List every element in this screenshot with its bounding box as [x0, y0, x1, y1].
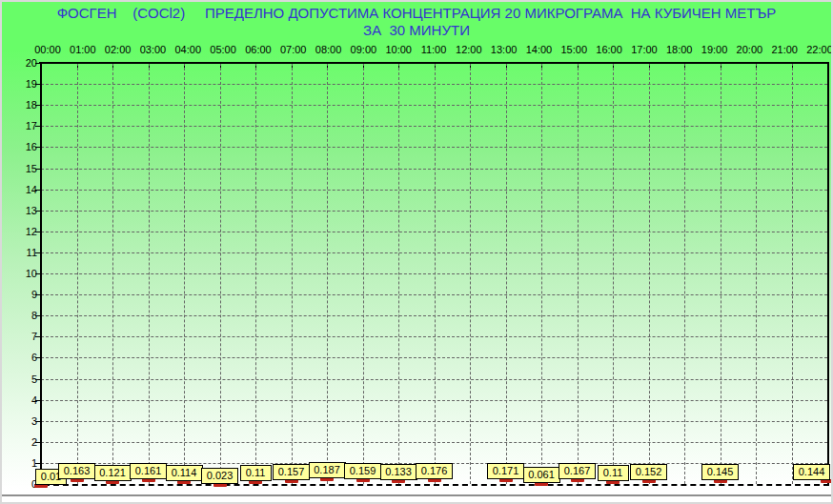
value-label-box: 0.152 — [630, 464, 667, 480]
x-tick-label: 03:00 — [135, 44, 170, 56]
y-tick-label: 0 — [11, 477, 37, 491]
x-tick-label: 13:00 — [487, 44, 521, 56]
h-gridline — [41, 336, 827, 337]
x-tick-label: 10:00 — [381, 44, 416, 56]
value-label-box: 0.023 — [201, 468, 238, 484]
value-label-box: 0.121 — [94, 465, 132, 481]
bottom-divider-line — [0, 494, 833, 496]
x-tick-label: 06:00 — [241, 44, 275, 56]
x-tick-label: 14:00 — [521, 44, 556, 56]
y-tick-label: 18 — [11, 98, 37, 111]
x-tick-label: 16:00 — [592, 44, 626, 56]
x-tick-label: 08:00 — [312, 44, 346, 56]
y-tick-label: 19 — [11, 77, 37, 91]
y-tick-label: 2 — [11, 435, 37, 449]
h-gridline — [41, 211, 827, 212]
value-label-box: 0.161 — [130, 463, 167, 479]
x-tick-label: 07:00 — [276, 44, 311, 56]
y-tick-label: 6 — [11, 351, 37, 364]
h-gridline — [41, 252, 827, 253]
value-label-box: 0.061 — [523, 467, 560, 483]
value-label-box: 0.176 — [416, 463, 453, 479]
value-label-box: 0.163 — [58, 463, 95, 479]
h-gridline — [41, 232, 827, 232]
h-gridline — [41, 169, 827, 170]
y-tick-label: 7 — [11, 330, 37, 343]
h-gridline — [41, 190, 827, 191]
value-label-box: 0.187 — [309, 462, 346, 478]
y-tick-label: 16 — [11, 140, 37, 153]
value-label-box: 0.171 — [487, 463, 524, 479]
value-label-box: 0.144 — [793, 464, 830, 480]
y-tick-label: 4 — [11, 393, 37, 407]
h-gridline — [41, 147, 827, 148]
x-tick-label: 18:00 — [662, 44, 697, 56]
axis-frame-right — [827, 63, 829, 484]
x-tick-label: 02:00 — [101, 44, 135, 56]
x-tick-label: 04:00 — [171, 44, 205, 56]
y-tick-label: 1 — [11, 456, 37, 470]
h-gridline — [41, 84, 827, 85]
h-gridline — [41, 400, 827, 401]
h-gridline — [41, 126, 827, 127]
value-label-box: 0.11 — [240, 465, 272, 481]
value-label-box: 0.11 — [598, 465, 629, 481]
x-tick-label: 05:00 — [206, 44, 240, 56]
h-gridline — [41, 105, 827, 106]
y-tick-label: 17 — [11, 119, 37, 132]
x-tick-label: 09:00 — [346, 44, 380, 56]
x-tick-label: 20:00 — [732, 44, 766, 56]
chart-title-line1: ФОСГЕН (COCl2) ПРЕДЕЛНО ДОПУСТИМА КОНЦЕН… — [0, 5, 833, 21]
x-tick-label: 21:00 — [767, 44, 802, 56]
monitoring-window: ФОСГЕН (COCl2) ПРЕДЕЛНО ДОПУСТИМА КОНЦЕН… — [0, 0, 833, 504]
x-tick-label: 17:00 — [627, 44, 661, 56]
x-tick-label: 01:00 — [66, 44, 100, 56]
value-label-box: 0.114 — [166, 465, 203, 481]
value-label-box: 0.133 — [380, 464, 417, 480]
chart-title-line2: ЗА 30 МИНУТИ — [0, 22, 833, 38]
x-tick-label: 15:00 — [557, 44, 591, 56]
y-tick-label: 14 — [11, 183, 37, 196]
y-tick-label: 15 — [11, 162, 37, 175]
y-tick-label: 11 — [11, 246, 37, 259]
axis-frame-top — [39, 62, 829, 64]
zero-axis-line — [34, 484, 829, 486]
value-label-box: 0.145 — [701, 464, 739, 480]
x-tick-label: 19:00 — [698, 44, 732, 56]
value-label-box: 0.167 — [559, 463, 596, 479]
y-tick-label: 12 — [11, 225, 37, 238]
x-tick-label: 12:00 — [452, 44, 486, 56]
x-tick-label: 00:00 — [30, 44, 65, 56]
axis-frame-left — [40, 63, 42, 486]
y-tick-label: 10 — [11, 267, 37, 280]
y-tick-label: 9 — [11, 288, 37, 301]
h-gridline — [41, 273, 827, 274]
h-gridline — [41, 294, 827, 295]
y-tick-label: 20 — [11, 56, 37, 70]
value-label-box: 0.157 — [273, 464, 310, 480]
h-gridline — [41, 357, 827, 358]
y-tick-label: 3 — [11, 414, 37, 428]
h-gridline — [41, 379, 827, 380]
h-gridline — [41, 421, 827, 422]
x-tick-label: 11:00 — [416, 44, 451, 56]
value-label-box: 0.159 — [344, 463, 381, 479]
y-tick-label: 13 — [11, 204, 37, 217]
h-gridline — [41, 315, 827, 316]
y-tick-label: 5 — [11, 373, 37, 386]
y-tick-label: 8 — [11, 309, 37, 322]
x-tick-label: 22:00 — [803, 44, 833, 56]
h-gridline — [41, 442, 827, 443]
